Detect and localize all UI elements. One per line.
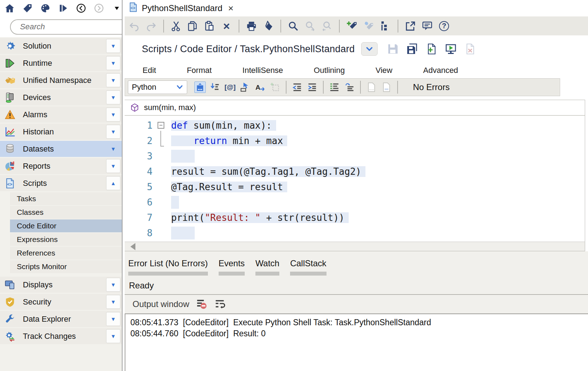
surround-with-icon[interactable] <box>269 81 281 93</box>
code-area[interactable]: 1−def sum(min, max):2 return min + max34… <box>125 116 585 242</box>
undo-icon[interactable] <box>128 20 140 32</box>
sidebar-subitem-scripts-monitor[interactable]: Scripts Monitor <box>10 260 122 273</box>
chevron-down-icon[interactable]: ▼ <box>106 108 120 122</box>
completion-mode-icon[interactable] <box>194 81 206 93</box>
menu-outlining[interactable]: Outlining <box>314 66 345 75</box>
decrease-indent-icon[interactable] <box>291 81 303 93</box>
open-in-new-window-icon[interactable] <box>404 20 417 32</box>
find-next-icon[interactable] <box>304 20 316 32</box>
code-line-7[interactable]: 7print("Result: " + str(result)) <box>125 210 585 225</box>
sidebar-item-datasets[interactable]: Datasets▼ <box>0 141 122 157</box>
sidebar-subitem-expressions[interactable]: Expressions <box>10 233 122 246</box>
panel-tab-events[interactable]: Events <box>219 258 245 276</box>
history-dropdown-icon[interactable] <box>111 3 122 14</box>
list-members-icon[interactable]: [@] <box>224 81 236 93</box>
code-line-3[interactable]: 3 <box>125 148 585 164</box>
menu-intellisense[interactable]: IntelliSense <box>243 66 283 75</box>
sidebar-item-scripts[interactable]: <>Scripts▲ <box>0 175 122 191</box>
palette-icon[interactable] <box>40 3 50 14</box>
language-select[interactable]: Python <box>128 80 187 94</box>
document-tab[interactable]: <> PythonShellStandard × <box>125 0 239 16</box>
find-previous-icon[interactable] <box>321 20 333 32</box>
menu-edit[interactable]: Edit <box>143 66 156 75</box>
increase-indent-icon[interactable] <box>307 81 318 93</box>
hierarchy-icon[interactable] <box>379 20 392 32</box>
code-line-6[interactable]: 6 <box>125 194 585 210</box>
scroll-left-icon[interactable] <box>130 243 135 250</box>
menu-advanced[interactable]: Advanced <box>423 66 458 75</box>
uncomment-lines-icon[interactable] <box>344 81 355 93</box>
chevron-down-icon[interactable]: ▼ <box>106 159 120 173</box>
search-input[interactable] <box>20 22 122 31</box>
prev-bookmark-icon[interactable] <box>366 81 377 93</box>
code-line-2[interactable]: 2 return min + max <box>125 133 585 148</box>
add-tag-icon[interactable] <box>346 20 358 32</box>
sidebar-divider[interactable] <box>122 16 125 371</box>
chevron-down-icon[interactable]: ▼ <box>106 278 120 292</box>
code-line-8[interactable]: 8 <box>125 225 585 241</box>
sidebar-item-runtime[interactable]: Runtime▼ <box>0 55 122 71</box>
complete-word-icon[interactable]: A <box>254 81 266 93</box>
save-icon[interactable] <box>387 43 399 55</box>
code-line-5[interactable]: 5@Tag.Result = result <box>125 179 585 194</box>
panel-tab-error-list-no-errors[interactable]: Error List (No Errors) <box>128 258 208 276</box>
delete-icon[interactable]: × <box>220 20 233 32</box>
cut-icon[interactable] <box>170 20 182 32</box>
fold-collapse-icon[interactable]: − <box>158 122 164 129</box>
run-startup-icon[interactable] <box>58 3 68 14</box>
breadcrumb-dropdown-button[interactable] <box>361 42 378 56</box>
sidebar-item-solution[interactable]: Solution▼ <box>0 38 122 54</box>
home-icon[interactable] <box>4 3 15 14</box>
help-icon[interactable]: ? <box>438 20 450 32</box>
menu-view[interactable]: View <box>375 66 392 75</box>
sidebar-item-security[interactable]: Security▼ <box>0 294 122 310</box>
comment-lines-icon[interactable] <box>329 81 340 93</box>
sidebar-subitem-tasks[interactable]: Tasks <box>10 192 122 205</box>
paste-icon[interactable] <box>204 20 216 32</box>
sidebar-item-reports[interactable]: Reports▼ <box>0 158 122 174</box>
sidebar-item-alarms[interactable]: Alarms▼ <box>0 107 122 123</box>
chevron-down-icon[interactable]: ▼ <box>106 312 120 326</box>
copy-icon[interactable] <box>187 20 199 32</box>
sidebar-item-devices[interactable]: Devices▼ <box>0 89 122 105</box>
navigate-back-icon[interactable] <box>76 3 86 14</box>
sidebar-item-data-explorer[interactable]: Data Explorer▼ <box>0 311 122 327</box>
chevron-down-icon[interactable]: ▼ <box>106 295 120 309</box>
output-log[interactable]: 08:05:41.373 [CodeEditor] Execute Python… <box>125 313 588 371</box>
sidebar-item-track-changes[interactable]: Track Changes▼ <box>0 328 122 344</box>
chevron-down-icon[interactable]: ▼ <box>106 142 120 156</box>
chevron-up-icon[interactable]: ▲ <box>106 176 120 190</box>
horizontal-scrollbar[interactable] <box>125 242 585 251</box>
delete-document-icon[interactable] <box>464 43 476 55</box>
chevron-down-icon[interactable]: ▼ <box>106 329 120 343</box>
code-navigation-bar[interactable]: sum(min, max) <box>125 100 585 116</box>
new-document-icon[interactable] <box>425 43 438 55</box>
search-box[interactable] <box>10 19 122 35</box>
quick-info-icon[interactable] <box>239 81 251 93</box>
sidebar-subitem-code-editor[interactable]: Code Editor <box>10 219 122 232</box>
run-task-icon[interactable] <box>445 43 457 55</box>
format-code-icon[interactable] <box>262 20 274 32</box>
chevron-down-icon[interactable]: ▼ <box>106 73 120 87</box>
chevron-down-icon[interactable]: ▼ <box>106 56 120 70</box>
sidebar-item-historian[interactable]: Historian▼ <box>0 124 122 140</box>
next-bookmark-icon[interactable] <box>381 81 392 93</box>
parameter-info-icon[interactable] <box>209 81 221 93</box>
menu-format[interactable]: Format <box>187 66 212 75</box>
navigate-forward-icon[interactable] <box>94 3 104 14</box>
tag-settings-icon[interactable] <box>363 20 375 32</box>
code-line-4[interactable]: 4result = sum(@Tag.Tag1, @Tag.Tag2) <box>125 164 585 179</box>
find-icon[interactable] <box>287 20 299 32</box>
sidebar-item-displays[interactable]: Displays▼ <box>0 277 122 293</box>
clear-output-icon[interactable] <box>196 298 208 310</box>
tag-icon[interactable] <box>22 3 33 14</box>
sidebar-subitem-classes[interactable]: Classes <box>10 206 122 219</box>
tab-close-icon[interactable]: × <box>228 4 234 13</box>
redo-icon[interactable] <box>145 20 157 32</box>
panel-tab-callstack[interactable]: CallStack <box>290 258 326 276</box>
panel-tab-watch[interactable]: Watch <box>255 258 279 276</box>
code-line-1[interactable]: 1−def sum(min, max): <box>125 118 585 133</box>
feedback-icon[interactable] <box>421 20 433 32</box>
save-all-icon[interactable] <box>406 43 418 55</box>
sidebar-subitem-references[interactable]: References <box>10 247 122 259</box>
